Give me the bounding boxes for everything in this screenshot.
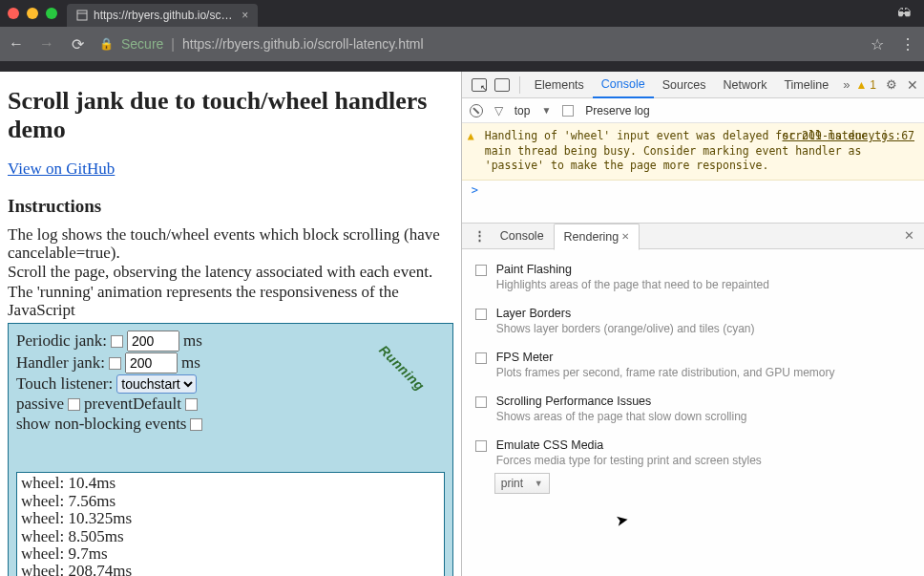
scrolling-perf-sub: Shows areas of the page that slow down s… [496, 410, 747, 423]
layer-borders-checkbox[interactable] [475, 309, 487, 320]
devtools-tabs: ↖ Elements Console Sources Network Timel… [462, 72, 924, 98]
touch-listener-label: Touch listener: [16, 374, 113, 394]
chevron-down-icon: ▼ [535, 479, 543, 488]
console-prompt[interactable]: > [462, 181, 924, 200]
instructions-line-2: Scroll the page, observing the latency a… [8, 264, 453, 282]
tab-console[interactable]: Console [593, 72, 654, 98]
handler-jank-label: Handler jank: [16, 353, 105, 373]
paint-flashing-checkbox[interactable] [475, 265, 487, 276]
chrome-menu-button[interactable]: ⋮ [899, 35, 916, 53]
preventdefault-label: preventDefault [84, 395, 181, 414]
log-line: wheel: 7.56ms [21, 493, 440, 510]
console-toolbar: ▽ top ▼ Preserve log [462, 98, 924, 123]
media-type-select[interactable]: print ▼ [494, 473, 550, 494]
drawer-tab-rendering[interactable]: Rendering ✕ [554, 224, 640, 250]
preserve-log-checkbox[interactable] [562, 105, 574, 117]
instructions-heading: Instructions [8, 196, 453, 217]
log-line: wheel: 208.74ms [21, 563, 440, 576]
clear-console-icon[interactable] [470, 104, 483, 117]
titlebar: https://rbyers.github.io/scroll-l × 🕶 [0, 0, 924, 27]
warning-count[interactable]: ▲ 1 [855, 78, 876, 92]
page-icon [76, 10, 88, 21]
emulate-css-option: Emulate CSS Media Forces media type for … [472, 433, 916, 469]
minimize-window-button[interactable] [27, 8, 38, 19]
log-line: wheel: 9.7ms [21, 545, 440, 563]
window-controls [8, 8, 57, 19]
periodic-jank-checkbox[interactable] [111, 335, 123, 348]
close-tab-icon[interactable]: ✕ [621, 231, 629, 242]
github-link[interactable]: View on GitHub [8, 160, 115, 178]
passive-label: passive [16, 395, 64, 414]
tab-elements[interactable]: Elements [526, 72, 593, 98]
context-selector[interactable]: top [514, 104, 531, 117]
lock-icon: 🔒 [99, 37, 114, 51]
url-path: /scroll-latency.html [314, 36, 424, 52]
show-nonblocking-label: show non-blocking events [16, 415, 186, 434]
show-nonblocking-checkbox[interactable] [190, 418, 202, 431]
paint-flashing-option: Paint Flashing Highlights areas of the p… [472, 257, 916, 301]
emulate-css-sub: Forces media type for testing print and … [496, 454, 762, 467]
event-log[interactable]: wheel: 10.4ms wheel: 7.56ms wheel: 10.32… [16, 472, 445, 576]
bookmark-star-icon[interactable]: ☆ [869, 35, 886, 53]
emulate-css-checkbox[interactable] [475, 440, 487, 452]
log-line: wheel: 10.4ms [21, 475, 440, 492]
demo-panel: Periodic jank: ms Handler jank: ms Touch… [8, 323, 453, 576]
layer-borders-title: Layer Borders [496, 307, 755, 320]
instructions-line-1: The log shows the touch/wheel events whi… [8, 226, 453, 262]
forward-button[interactable]: → [38, 35, 55, 53]
tab-title: https://rbyers.github.io/scroll-l [94, 9, 236, 22]
browser-chrome: https://rbyers.github.io/scroll-l × 🕶 ← … [0, 0, 924, 72]
warning-icon: ▲ [468, 129, 474, 144]
touch-listener-select[interactable]: touchstart [116, 374, 197, 394]
devtools-panel: ↖ Elements Console Sources Network Timel… [462, 72, 924, 576]
tab-network[interactable]: Network [715, 72, 776, 98]
url-host: https://rbyers.github.io [182, 36, 314, 52]
emulate-css-title: Emulate CSS Media [496, 438, 762, 452]
periodic-jank-input[interactable] [127, 331, 179, 352]
passive-checkbox[interactable] [68, 398, 80, 411]
browser-tab[interactable]: https://rbyers.github.io/scroll-l × [67, 4, 258, 27]
handler-jank-input[interactable] [125, 352, 178, 373]
filter-icon[interactable]: ▽ [494, 104, 503, 117]
reload-button[interactable]: ⟳ [69, 35, 86, 53]
preventdefault-checkbox[interactable] [185, 398, 198, 411]
ms-label: ms [181, 353, 200, 373]
fps-meter-sub: Plots frames per second, frame rate dist… [496, 366, 835, 379]
secure-label: Secure [121, 36, 163, 52]
tab-sources[interactable]: Sources [654, 72, 715, 98]
tab-timeline[interactable]: Timeline [775, 72, 837, 98]
warning-icon: ▲ [855, 78, 867, 92]
layer-borders-sub: Shows layer borders (orange/olive) and t… [496, 322, 755, 335]
page-viewport[interactable]: Scroll jank due to touch/wheel handlers … [0, 72, 462, 576]
fps-meter-title: FPS Meter [496, 351, 835, 364]
close-window-button[interactable] [8, 8, 19, 19]
back-button[interactable]: ← [8, 35, 25, 53]
close-tab-icon[interactable]: × [242, 9, 248, 22]
drawer-menu-icon[interactable]: ⋮ [468, 228, 491, 243]
log-line: wheel: 8.505ms [21, 528, 440, 545]
handler-jank-checkbox[interactable] [109, 357, 121, 370]
layer-borders-option: Layer Borders Shows layer borders (orang… [472, 301, 916, 345]
page-title: Scroll jank due to touch/wheel handlers … [8, 87, 453, 144]
level-dropdown-icon[interactable]: ▼ [541, 105, 551, 116]
close-devtools-icon[interactable]: ✕ [907, 77, 918, 93]
log-line: wheel: 10.325ms [21, 510, 440, 527]
fps-meter-checkbox[interactable] [475, 352, 487, 364]
svg-rect-0 [77, 11, 87, 20]
warning-source-link[interactable]: scroll-latency.js:67 [783, 129, 914, 144]
address-bar: ← → ⟳ 🔒 Secure | https://rbyers.github.i… [0, 27, 924, 61]
console-warning: ▲ scroll-latency.js:67 Handling of 'whee… [462, 123, 924, 181]
scrolling-perf-option: Scrolling Performance Issues Shows areas… [472, 389, 916, 433]
drawer-tab-console[interactable]: Console [491, 223, 554, 249]
close-drawer-icon[interactable]: ✕ [904, 228, 918, 243]
settings-icon[interactable]: ⚙ [886, 77, 897, 92]
inspect-element-icon[interactable]: ↖ [472, 78, 487, 92]
url-field[interactable]: 🔒 Secure | https://rbyers.github.io/scro… [99, 31, 855, 57]
paint-flashing-title: Paint Flashing [496, 263, 769, 276]
incognito-icon: 🕶 [897, 6, 911, 21]
device-toolbar-icon[interactable] [494, 78, 510, 92]
scrolling-perf-checkbox[interactable] [475, 396, 487, 408]
tabs-overflow-icon[interactable]: » [837, 77, 855, 92]
maximize-window-button[interactable] [46, 8, 57, 19]
tab-strip: https://rbyers.github.io/scroll-l × [67, 0, 281, 27]
